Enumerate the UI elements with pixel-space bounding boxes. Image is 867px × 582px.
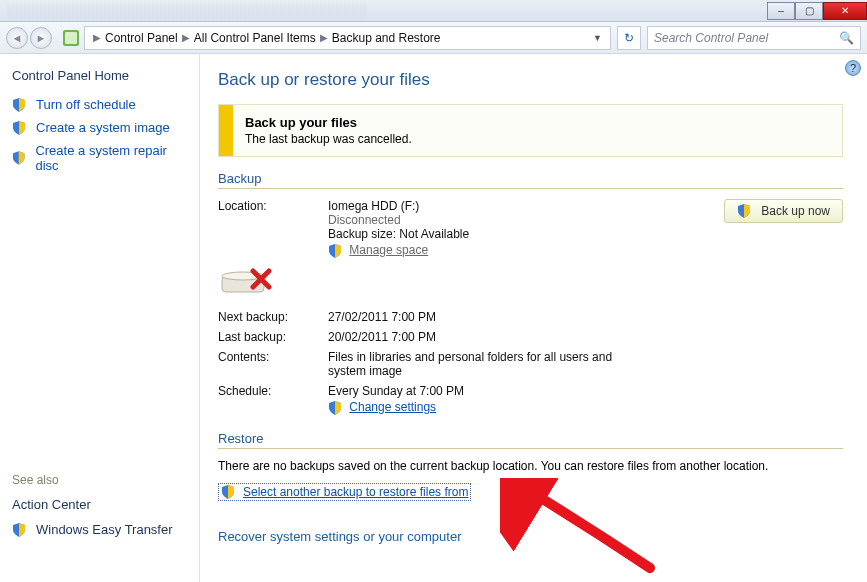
- section-heading-restore: Restore: [218, 431, 843, 449]
- change-settings-link[interactable]: Change settings: [349, 400, 436, 414]
- help-icon[interactable]: ?: [845, 60, 861, 76]
- chevron-right-icon: ▶: [320, 32, 328, 43]
- breadcrumb[interactable]: ▶ Control Panel ▶ All Control Panel Item…: [84, 26, 611, 50]
- alert-title: Back up your files: [245, 115, 412, 130]
- shield-icon: [221, 485, 235, 499]
- location-value: Iomega HDD (F:): [328, 199, 693, 213]
- section-heading-backup: Backup: [218, 171, 843, 189]
- select-another-backup-label: Select another backup to restore files f…: [243, 485, 468, 499]
- shield-icon: [12, 151, 25, 165]
- page-title: Back up or restore your files: [218, 70, 843, 90]
- crumb-control-panel[interactable]: Control Panel: [105, 31, 178, 45]
- shield-icon: [12, 98, 26, 112]
- nav-arrows: ◄ ►: [6, 27, 52, 49]
- shield-icon: [737, 204, 751, 218]
- back-up-now-button[interactable]: Back up now: [724, 199, 843, 223]
- shield-icon: [12, 121, 26, 135]
- last-backup-label: Last backup:: [218, 330, 328, 344]
- content-area: Control Panel Home Turn off schedule Cre…: [0, 54, 867, 582]
- control-panel-icon: [62, 29, 80, 47]
- chevron-right-icon: ▶: [93, 32, 101, 43]
- forward-button[interactable]: ►: [30, 27, 52, 49]
- shield-icon: [328, 401, 342, 415]
- last-backup-value: 20/02/2011 7:00 PM: [328, 330, 693, 344]
- alert-accent-bar: [219, 105, 233, 156]
- schedule-label: Schedule:: [218, 384, 328, 415]
- breadcrumb-dropdown-icon[interactable]: ▼: [589, 33, 606, 43]
- back-up-now-label: Back up now: [761, 204, 830, 218]
- main-panel: Back up or restore your files Back up yo…: [200, 54, 867, 582]
- shield-icon: [328, 244, 342, 258]
- search-icon: 🔍: [839, 31, 854, 45]
- alert-banner: Back up your files The last backup was c…: [218, 104, 843, 157]
- see-also-action-center[interactable]: Action Center: [12, 497, 187, 512]
- search-placeholder: Search Control Panel: [654, 31, 768, 45]
- backup-size: Backup size: Not Available: [328, 227, 693, 241]
- next-backup-label: Next backup:: [218, 310, 328, 324]
- title-bar: – ▢ ✕: [0, 0, 867, 22]
- drive-icon: [218, 264, 693, 300]
- next-backup-value: 27/02/2011 7:00 PM: [328, 310, 693, 324]
- window-controls: – ▢ ✕: [767, 2, 867, 20]
- sidebar-item-create-system-image[interactable]: Create a system image: [12, 120, 187, 135]
- see-also-label: Windows Easy Transfer: [36, 522, 173, 537]
- address-bar: ◄ ► ▶ Control Panel ▶ All Control Panel …: [0, 22, 867, 54]
- location-status: Disconnected: [328, 213, 693, 227]
- sidebar-item-create-repair-disc[interactable]: Create a system repair disc: [12, 143, 187, 173]
- recover-system-settings-link[interactable]: Recover system settings or your computer: [218, 529, 843, 544]
- sidebar: Control Panel Home Turn off schedule Cre…: [0, 54, 200, 582]
- alert-message: The last backup was cancelled.: [245, 132, 412, 146]
- sidebar-item-turn-off-schedule[interactable]: Turn off schedule: [12, 97, 187, 112]
- chevron-right-icon: ▶: [182, 32, 190, 43]
- select-another-backup-link[interactable]: Select another backup to restore files f…: [218, 483, 471, 501]
- search-input[interactable]: Search Control Panel 🔍: [647, 26, 861, 50]
- restore-message: There are no backups saved on the curren…: [218, 459, 843, 473]
- crumb-backup-restore[interactable]: Backup and Restore: [332, 31, 441, 45]
- contents-value: Files in libraries and personal folders …: [328, 350, 628, 378]
- crumb-all-items[interactable]: All Control Panel Items: [194, 31, 316, 45]
- svg-rect-1: [65, 32, 77, 44]
- sidebar-item-label: Create a system image: [36, 120, 170, 135]
- title-text-blurred: [8, 4, 368, 18]
- back-button[interactable]: ◄: [6, 27, 28, 49]
- minimize-button[interactable]: –: [767, 2, 795, 20]
- see-also-heading: See also: [12, 473, 187, 487]
- sidebar-item-label: Create a system repair disc: [35, 143, 187, 173]
- shield-icon: [12, 523, 26, 537]
- manage-space-link[interactable]: Manage space: [349, 243, 428, 257]
- see-also-windows-easy-transfer[interactable]: Windows Easy Transfer: [12, 522, 187, 537]
- schedule-value: Every Sunday at 7:00 PM: [328, 384, 693, 398]
- location-label: Location:: [218, 199, 328, 258]
- maximize-button[interactable]: ▢: [795, 2, 823, 20]
- close-button[interactable]: ✕: [823, 2, 867, 20]
- error-x-icon: [250, 268, 300, 304]
- sidebar-item-label: Turn off schedule: [36, 97, 136, 112]
- contents-label: Contents:: [218, 350, 328, 378]
- refresh-button[interactable]: ↻: [617, 26, 641, 50]
- control-panel-home[interactable]: Control Panel Home: [12, 68, 187, 83]
